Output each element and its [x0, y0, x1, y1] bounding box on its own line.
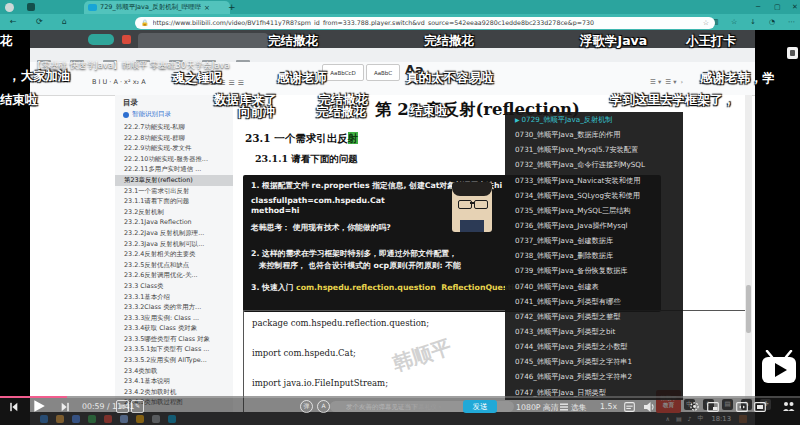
play-button[interactable]: [32, 399, 46, 413]
toc-item[interactable]: 23.2.4反射相关的主要类: [115, 249, 233, 260]
toc-title: 目录: [123, 98, 138, 108]
toc-item[interactable]: 23.1一个需求引出反射: [115, 186, 233, 197]
playlist-item[interactable]: 0736_韩顺平Java_Java操作Mysql: [505, 218, 683, 233]
address-bar[interactable]: 🔒 https://www.bilibili.com/video/BV1fh41…: [135, 17, 715, 29]
style-gallery-item[interactable]: AaBbC: [366, 64, 400, 81]
tab-close-icon[interactable]: ×: [204, 1, 210, 15]
font-controls[interactable]: B I U · A · x² x₂ A: [92, 78, 146, 86]
toc-item[interactable]: 23.3.1基本介绍: [115, 292, 233, 303]
playlist-item[interactable]: 0733_韩顺平Java_Navicat安装和使用: [505, 173, 683, 188]
settings-icon[interactable]: [689, 401, 700, 412]
toc-item[interactable]: 22.2.9功能实现-发文件: [115, 143, 233, 154]
subtitle-icon[interactable]: [624, 402, 635, 412]
toc-item[interactable]: 23.3.5.1如下类型有 Class ...: [115, 344, 233, 355]
favorite-star-icon[interactable]: ☆: [703, 19, 709, 27]
web-fullscreen-icon[interactable]: [754, 402, 766, 412]
maximize-button[interactable]: ▢: [774, 0, 781, 14]
pip-icon[interactable]: [707, 402, 719, 412]
toc-item[interactable]: 23.3.5哪些类型有 Class 对象: [115, 334, 233, 345]
toc-item[interactable]: 23.2.6反射调用优化-关...: [115, 270, 233, 281]
danmaku-style-icon[interactable]: A: [317, 400, 330, 413]
new-tab-button[interactable]: +: [228, 0, 236, 14]
back-icon[interactable]: ←: [10, 14, 17, 30]
ribbon-tools[interactable]: ☰ ▾ ☰ ▾ ›: [650, 78, 683, 86]
profile-icon[interactable]: ◔: [769, 14, 775, 30]
workspace-icon[interactable]: [27, 3, 35, 11]
video-title-overlay: 【零基础 快速学Java】韩顺平 零基础30天学会Java: [33, 60, 230, 72]
next-episode-icon[interactable]: [60, 402, 70, 412]
floating-widget-icon[interactable]: [787, 47, 798, 59]
speed-button[interactable]: 1.5x: [600, 402, 617, 411]
browser-tab[interactable]: 729_韩顺平Java_反射机制_哔哩哔 ×: [84, 1, 230, 14]
playlist-item[interactable]: 0740_韩顺平Java_创建表: [505, 279, 683, 294]
downloads-icon[interactable]: ↓: [750, 14, 756, 30]
favorites-icon[interactable]: ☆: [731, 14, 737, 30]
more-icon[interactable]: ⋯: [788, 14, 795, 30]
close-button[interactable]: ✕: [792, 0, 798, 14]
toc-item[interactable]: 23.3.5.2应用实例 AllType...: [115, 355, 233, 366]
playlist-item[interactable]: 0745_韩顺平Java_列类型之字符串1: [505, 354, 683, 369]
playlist-item[interactable]: 0746_韩顺平Java_列类型之字符串2: [505, 369, 683, 384]
toc-item[interactable]: 22.2.7功能实现-私聊: [115, 122, 233, 133]
playlist-item[interactable]: 0743_韩顺平Java_列类型之bit: [505, 324, 683, 339]
playlist-item[interactable]: 0741_韩顺平Java_列类型有哪些: [505, 294, 683, 309]
toc-item[interactable]: 22.2.8功能实现-群聊: [115, 133, 233, 144]
toc-list: 22.2.7功能实现-私聊22.2.8功能实现-群聊22.2.9功能实现-发文件…: [115, 122, 233, 408]
toc-item[interactable]: 22.2.10功能实现-服务器推...: [115, 154, 233, 165]
watch-together-icon[interactable]: [782, 401, 795, 412]
toc-item[interactable]: 23.3.2Class 类的常用方...: [115, 302, 233, 313]
danmaku-list-icon[interactable]: ▤: [116, 400, 129, 413]
home-icon[interactable]: ⌂: [62, 14, 67, 30]
volume-icon[interactable]: [643, 401, 655, 413]
browser-logo-icon[interactable]: [5, 3, 14, 12]
danmaku-text: 完结撒花: [316, 104, 366, 121]
note-icon[interactable]: ✎: [131, 400, 144, 413]
etiquette-link[interactable]: 弹幕礼仪 ›: [412, 403, 441, 412]
toc-item[interactable]: 23.2.3Java 反射机制可以...: [115, 239, 233, 250]
prev-episode-icon[interactable]: [9, 402, 19, 412]
doc-scrollbar[interactable]: [745, 95, 752, 412]
wps-doc-tab[interactable]: [138, 33, 268, 48]
toc-item[interactable]: 23.2.5反射优点和缺点: [115, 260, 233, 271]
toc-item[interactable]: 23.3.4获取 Class 类对象: [115, 323, 233, 334]
toc-item[interactable]: 23.2.1Java Reflection: [115, 217, 233, 228]
problem-box-line: 来控制程序， 也符合设计模式的 ocp原则(开闭原则: 不能: [259, 260, 461, 271]
reload-icon[interactable]: ⟳: [36, 14, 43, 30]
danmaku-text: 完结撒花: [424, 33, 474, 50]
section-heading: 23.1 一个需求引出反射: [245, 132, 358, 146]
toc-item[interactable]: 23.3.3应用实例: Class ...: [115, 313, 233, 324]
playlist-item[interactable]: 0730_韩顺平Java_数据库的作用: [505, 127, 683, 142]
smart-toc-link[interactable]: 智能识别目录: [132, 110, 171, 119]
playlist-item[interactable]: ▶ 0729_韩顺平Java_反射机制: [505, 112, 683, 127]
toc-item[interactable]: 23.1.1请看下面的问题: [115, 196, 233, 207]
quality-button[interactable]: 1080P 高清: [516, 402, 559, 413]
playlist-item[interactable]: 0742_韩顺平Java_列类型之整型: [505, 309, 683, 324]
episodes-button[interactable]: 选集: [571, 402, 587, 413]
quick-start-line: 3. 快速入门 com.hspedu.reflection.question R…: [251, 282, 525, 293]
playlist-item[interactable]: 0732_韩顺平Java_命令行连接到MySQL: [505, 157, 683, 172]
wps-recent-icon[interactable]: [122, 35, 131, 44]
toc-item[interactable]: 23.2反射机制: [115, 207, 233, 218]
playlist-item[interactable]: 0735_韩顺平Java_MySQL三层结构: [505, 203, 683, 218]
playlist-item[interactable]: 0734_韩顺平Java_SQLyog安装和使用: [505, 188, 683, 203]
style-gallery-item[interactable]: AaBbCcD: [322, 64, 364, 81]
playlist-item[interactable]: 0737_韩顺平Java_创建数据库: [505, 233, 683, 248]
toc-item[interactable]: 22.2.11多用户实时通信 ...: [115, 164, 233, 175]
toc-item[interactable]: 23.2.2Java 反射机制原理...: [115, 228, 233, 239]
toc-item[interactable]: 23.4类加载: [115, 366, 233, 377]
danmaku-text: 结束啦: [410, 103, 448, 120]
playlist-item[interactable]: 0731_韩顺平Java_Mysql5.7安装配置: [505, 142, 683, 157]
send-button[interactable]: 发送: [463, 400, 497, 413]
wide-screen-icon[interactable]: [736, 402, 748, 412]
toc-item[interactable]: 23.3 Class类: [115, 281, 233, 292]
wps-home-tab[interactable]: [88, 34, 114, 45]
playlist-item[interactable]: 0739_韩顺平Java_备份恢复数据库: [505, 263, 683, 278]
playlist-item[interactable]: 0744_韩顺平Java_列类型之小数型: [505, 339, 683, 354]
toc-item[interactable]: 23.4.1基本说明: [115, 376, 233, 387]
toc-item[interactable]: 第23章反射(reflection): [115, 175, 233, 186]
progress-bar[interactable]: [0, 396, 800, 398]
minimize-button[interactable]: ─: [756, 0, 760, 14]
danmaku-toggle-icon[interactable]: 弹: [300, 400, 313, 413]
playlist-item[interactable]: 0738_韩顺平Java_删除数据库: [505, 248, 683, 263]
problem-box-line: 2. 这样的需求在学习框架时特别多，即通过外部文件配置，: [251, 248, 457, 259]
